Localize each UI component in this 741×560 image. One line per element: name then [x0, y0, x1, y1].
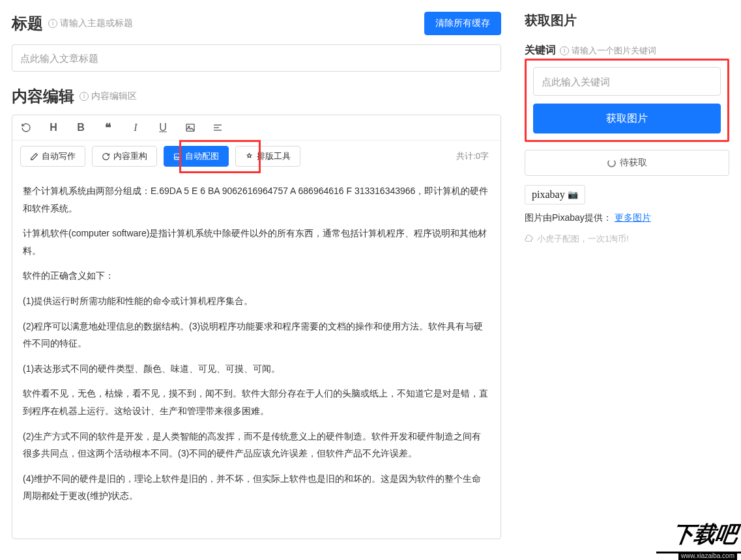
bold-icon[interactable]: B [75, 122, 87, 133]
title-hint-text: 请输入主题或标题 [60, 18, 133, 29]
provider-prefix: 图片由Pixabay提供： [525, 212, 612, 223]
paragraph: (2)生产方式不同的软件是开发，是人类智能的高发挥，而不是传统意义上的硬件制造。… [23, 428, 490, 462]
camera-icon: 📷 [568, 189, 578, 200]
keyword-label-row: 关键词 i 请输入一个图片关键词 [525, 44, 729, 57]
title-header: 标题 i 请输入主题或标题 清除所有缓存 [12, 12, 501, 35]
content-hint: i 内容编辑区 [80, 91, 137, 102]
word-count: 共计:0字 [456, 150, 493, 162]
clear-cache-button[interactable]: 清除所有缓存 [424, 12, 501, 35]
spinner-icon [607, 159, 616, 167]
pending-label: 待获取 [620, 157, 647, 169]
quote-icon[interactable]: ❝ [102, 120, 114, 135]
title-hint: i 请输入主题或标题 [48, 18, 133, 29]
undo-icon[interactable] [20, 122, 32, 133]
fetch-image-button[interactable]: 获取图片 [533, 104, 721, 133]
watermark-url: www.xiazaiba.com [678, 552, 737, 560]
paragraph: 软件的正确含义如下： [23, 267, 490, 285]
content-label: 内容编辑 [12, 86, 74, 107]
title-left: 标题 i 请输入主题或标题 [12, 13, 133, 34]
align-icon[interactable] [212, 122, 224, 133]
provider-text: 图片由Pixabay提供： 更多图片 [525, 212, 729, 224]
restructure-label: 内容重构 [113, 150, 147, 162]
info-icon: i [560, 46, 569, 55]
restructure-button[interactable]: 内容重构 [92, 146, 157, 167]
paragraph: 整个计算机系统由两部分组成：E.69DA 5 E 6 BA 9062616964… [23, 182, 490, 217]
keyword-hint-text: 请输入一个图片关键词 [572, 45, 656, 57]
cloud-icon [525, 234, 534, 244]
paragraph: (1)表达形式不同的硬件类型、颜色、味道、可见、可摸、可闻。 [23, 360, 490, 378]
auto-image-label: 自动配图 [185, 150, 219, 162]
keyword-hint: i 请输入一个图片关键词 [560, 45, 656, 57]
keyword-label: 关键词 [525, 44, 556, 57]
image-icon[interactable] [184, 122, 196, 133]
editor-content[interactable]: 整个计算机系统由两部分组成：E.69DA 5 E 6 BA 9062616964… [12, 173, 501, 539]
auto-image-button[interactable]: 自动配图 [164, 146, 229, 167]
auto-write-button[interactable]: 自动写作 [20, 146, 85, 167]
content-hint-text: 内容编辑区 [91, 91, 137, 102]
layout-tool-button[interactable]: 排版工具 [235, 146, 300, 167]
article-title-input[interactable] [12, 44, 501, 72]
italic-icon[interactable]: I [130, 122, 141, 133]
layout-tool-label: 排版工具 [257, 150, 291, 162]
paragraph: (1)提供运行时所需功能和性能的命令或计算机程序集合。 [23, 292, 490, 310]
sidebar-panel: 获取图片 关键词 i 请输入一个图片关键词 获取图片 待获取 pixabay 📷… [513, 0, 741, 560]
paragraph: (2)程序可以满意地处理信息的数据结构。(3)说明程序功能要求和程序需要的文档的… [23, 318, 490, 352]
content-section: 内容编辑 i 内容编辑区 H B ❝ I U [12, 86, 501, 539]
editor-box: H B ❝ I U 自动写作 [12, 115, 501, 539]
format-toolbar: H B ❝ I U [12, 115, 501, 141]
more-images-link[interactable]: 更多图片 [615, 212, 651, 223]
watermark: 下载吧 www.xiazaiba.com [647, 514, 741, 560]
footer-note: 小虎子配图，一次1淘币! [525, 233, 729, 245]
paragraph: (4)维护不同的硬件是旧的，理论上软件是旧的，并不坏，但实际上软件也是旧的和坏的… [23, 470, 490, 505]
underline-icon[interactable]: U [157, 122, 169, 133]
info-icon: i [80, 92, 89, 101]
footer-note-text: 小虎子配图，一次1淘币! [537, 233, 629, 245]
title-label: 标题 [12, 13, 43, 34]
paragraph: 软件看不见，无色，枯燥，看不见，摸不到，闻不到。软件大部分存在于人们的头脑或纸上… [23, 385, 490, 419]
pixabay-badge: pixabay 📷 [525, 185, 585, 204]
sidebar-title: 获取图片 [525, 12, 729, 29]
auto-write-label: 自动写作 [42, 150, 76, 162]
keyword-input[interactable] [533, 67, 721, 96]
paragraph: 计算机软件(computer software)是指计算机系统中除硬件以外的所有… [23, 225, 490, 259]
pixabay-brand: pixabay [532, 189, 565, 201]
main-panel: 标题 i 请输入主题或标题 清除所有缓存 内容编辑 i 内容编辑区 [0, 0, 513, 560]
watermark-text: 下载吧 [671, 520, 739, 550]
action-toolbar: 自动写作 内容重构 自动配图 排版工具 共计:0字 [12, 141, 501, 173]
info-icon: i [48, 19, 57, 28]
content-header: 内容编辑 i 内容编辑区 [12, 86, 501, 107]
pending-status: 待获取 [525, 150, 729, 176]
heading-icon[interactable]: H [48, 122, 59, 133]
keyword-highlight-box: 获取图片 [525, 59, 729, 142]
